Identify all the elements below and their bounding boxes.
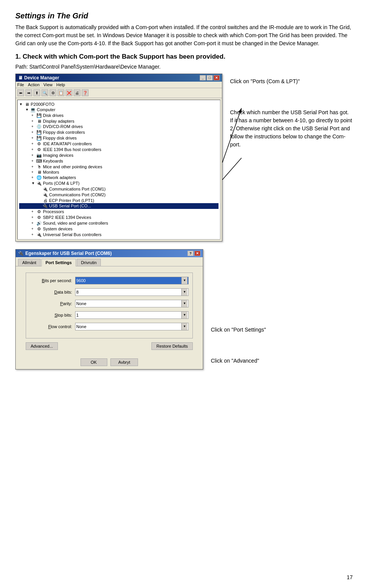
tree-icon-fc: 💾	[36, 130, 42, 135]
tree-expand-kb: +	[31, 159, 35, 163]
select-databits-arrow[interactable]: ▼	[181, 289, 187, 296]
tree-item-keyboards[interactable]: + ⌨ Keyboards	[19, 158, 219, 164]
select-parity-value: None	[76, 301, 86, 306]
tree-icon-fd: 💾	[36, 136, 42, 141]
toolbar-icon-5[interactable]: ⚙	[49, 89, 56, 96]
advanced-button[interactable]: Advanced...	[26, 342, 58, 350]
tree-expand-net: +	[31, 176, 35, 179]
select-stopbits-arrow[interactable]: ▼	[181, 312, 187, 319]
minimize-button-dm[interactable]: _	[200, 75, 206, 80]
tree-item-usb-ctrl[interactable]: + 🔌 Universal Serial Bus controllers	[19, 232, 219, 238]
tree-icon-sys: ⚙	[36, 227, 42, 232]
tree-label-ports: Ports (COM & LPT)	[43, 181, 79, 186]
tree-item-floppy-ctrl[interactable]: + 💾 Floppy disk controllers	[19, 130, 219, 135]
window-controls-dm[interactable]: _ □ ✕	[200, 75, 220, 80]
tree-item-disk-drives[interactable]: + 💾 Disk drives	[19, 113, 219, 118]
tree-item-mice[interactable]: + 🖱 Mice and other pointing devices	[19, 164, 219, 169]
toolbar-icon-2[interactable]: ➡	[25, 89, 32, 96]
tree-item-usb-serial[interactable]: 🔌 USB Serial Port (CO...	[19, 203, 219, 209]
tree-item-processors[interactable]: + ⚙ Processors	[19, 209, 219, 215]
tree-expand-computer: ▼	[25, 108, 29, 112]
tree-item-computer[interactable]: ▼ 💻 Computer	[19, 107, 219, 113]
label-flowctrl: Flow control:	[30, 324, 72, 329]
tree-expand-img: +	[31, 153, 35, 157]
tree-label-computer: Computer	[37, 107, 55, 112]
tree-expand-mon: +	[31, 170, 35, 174]
device-manager-window: 🖥 Device Manager _ □ ✕ File Action View …	[15, 74, 222, 241]
toolbar-icon-1[interactable]: ⬅	[17, 89, 24, 96]
ok-button[interactable]: OK	[80, 358, 107, 366]
tree-icon-kb: ⌨	[36, 159, 42, 164]
tree-item-lpt1[interactable]: 🖨 ECP Printer Port (LPT1)	[19, 198, 219, 203]
tree-label-fd: Floppy disk drives	[43, 136, 77, 140]
tree-expand-ide: +	[31, 142, 35, 146]
tree-expand-fd: +	[31, 136, 35, 140]
window-icon-ps: 🔌	[18, 251, 24, 256]
select-flowctrl[interactable]: None ▼	[75, 323, 189, 330]
restore-defaults-button[interactable]: Restore Defaults	[151, 342, 193, 350]
tree-expand-dvd: +	[31, 125, 35, 128]
select-parity-arrow[interactable]: ▼	[181, 300, 187, 307]
select-bps[interactable]: 9600 ▼	[75, 277, 189, 284]
tree-root[interactable]: ▼ 🖥 P2000FOTO	[19, 102, 219, 107]
tab-port-settings[interactable]: Port Settings	[41, 259, 76, 266]
tree-item-monitors[interactable]: + 🖥 Monitors	[19, 169, 219, 175]
select-bps-arrow[interactable]: ▼	[181, 277, 187, 284]
help-button-ps[interactable]: ?	[187, 251, 194, 256]
tree-item-imaging[interactable]: + 📷 Imaging devices	[19, 153, 219, 158]
close-button-ps[interactable]: ✕	[194, 251, 200, 256]
bottom-buttons-row: Advanced... Restore Defaults	[23, 342, 195, 350]
tree-item-com1[interactable]: 🔌 Communications Port (COM1)	[19, 186, 219, 192]
select-parity[interactable]: None ▼	[75, 300, 189, 307]
window-toolbar-dm: ⬅ ➡ ⬆ 🔍 ⚙ 📋 ❌ 🖨 ❓	[16, 88, 222, 98]
tree-item-dvd[interactable]: + 💿 DVD/CD-ROM drives	[19, 124, 219, 130]
select-stopbits[interactable]: 1 ▼	[75, 311, 189, 319]
tree-label-ide: IDE ATA/ATAPI controllers	[43, 141, 92, 146]
tree-label-proc: Processors	[43, 209, 64, 214]
toolbar-icon-7[interactable]: ❌	[66, 89, 72, 96]
menu-view[interactable]: View	[43, 82, 53, 87]
tree-expand-snd: +	[31, 221, 35, 225]
toolbar-icon-9[interactable]: ❓	[82, 89, 89, 96]
tree-icon-usb: 🔌	[42, 204, 48, 209]
toolbar-icon-8[interactable]: 🖨	[74, 89, 80, 96]
label-stopbits: Stop bits:	[30, 313, 72, 317]
menu-help[interactable]: Help	[56, 82, 65, 87]
toolbar-icon-3[interactable]: ⬆	[33, 89, 40, 96]
window-titlebar-dm: 🖥 Device Manager _ □ ✕	[16, 74, 222, 82]
tree-item-network[interactable]: + 🌐 Network adapters	[19, 175, 219, 181]
tree-label-net: Network adapters	[43, 175, 76, 180]
tree-item-sound[interactable]: + 🔊 Sound, video and game controllers	[19, 220, 219, 226]
menu-action[interactable]: Action	[28, 82, 40, 87]
tab-driver[interactable]: Drivrutin	[77, 259, 101, 266]
tree-item-floppy-drives[interactable]: + 💾 Floppy disk drives	[19, 135, 219, 141]
menu-file[interactable]: File	[17, 82, 24, 87]
tree-item-sbp2[interactable]: + ⚙ SBP2 IEEE 1394 Devices	[19, 215, 219, 220]
tree-icon-net: 🌐	[36, 175, 42, 180]
annotation-port-settings-click: Click on "Port Settings"	[211, 326, 353, 334]
diagram-area-2: 🔌 Egenskaper för USB Serial Port (COM6) …	[15, 249, 353, 377]
tree-item-ide[interactable]: + ⚙ IDE ATA/ATAPI controllers	[19, 141, 219, 147]
tree-icon-mon: 🖥	[36, 170, 42, 174]
tree-icon-ieee: ⚙	[36, 147, 42, 152]
annotations-panel-2: Click on "Port Settings" Click on "Advan…	[211, 249, 353, 377]
tree-item-com2[interactable]: 🔌 Communications Port (COM2)	[19, 192, 219, 198]
tree-item-ieee[interactable]: + ⚙ IEEE 1394 Bus host controllers	[19, 147, 219, 153]
window-title-label-dm: Device Manager	[24, 75, 59, 80]
annotation-port-settings-text: Click on "Port Settings"	[211, 326, 353, 334]
select-flowctrl-arrow[interactable]: ▼	[181, 323, 187, 330]
tree-item-ports[interactable]: ▼ 🔌 Ports (COM & LPT)	[19, 181, 219, 186]
tree-item-system[interactable]: + ⚙ System devices	[19, 226, 219, 232]
select-databits[interactable]: 8 ▼	[75, 288, 189, 296]
window-controls-ps[interactable]: ? ✕	[187, 251, 200, 256]
settings-inner-frame: Bits per second: 9600 ▼ Data bits: 8 ▼	[26, 273, 193, 338]
tab-general[interactable]: Allmänt	[18, 259, 41, 266]
cancel-button[interactable]: Avbryt	[110, 358, 138, 366]
tree-item-display-adapters[interactable]: + 🖥 Display adapters	[19, 118, 219, 124]
label-parity: Parity:	[30, 301, 72, 306]
toolbar-icon-6[interactable]: 📋	[58, 89, 64, 96]
toolbar-icon-4[interactable]: 🔍	[41, 89, 48, 96]
maximize-button-dm[interactable]: □	[207, 75, 213, 80]
tree-icon-com2: 🔌	[42, 192, 48, 197]
close-button-dm[interactable]: ✕	[214, 75, 220, 80]
